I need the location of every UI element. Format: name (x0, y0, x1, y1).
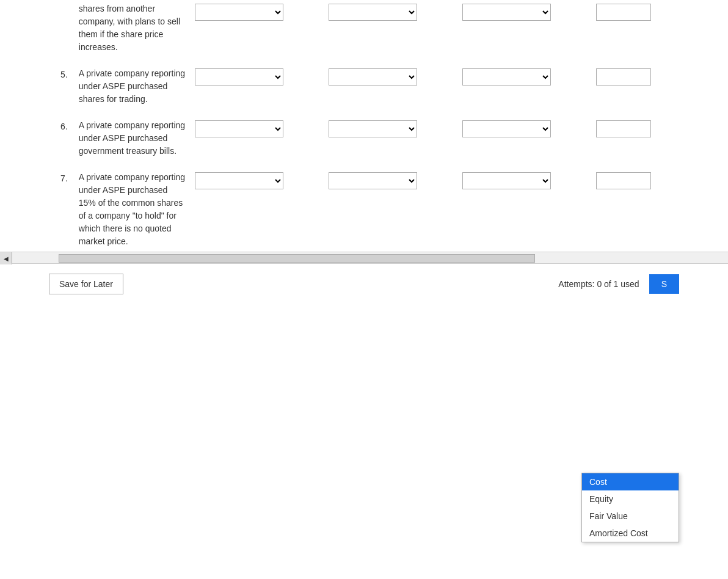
dropdown-cell-5-1: Cost Equity Fair Value Amortized Cost (190, 65, 324, 109)
text-input-6[interactable] (596, 120, 651, 137)
text-input-cell-7 (591, 169, 679, 252)
dropdown-cell-6-1: Cost Equity Fair Value Amortized Cost (190, 117, 324, 161)
scroll-thumb[interactable] (59, 254, 535, 263)
scroll-left-arrow[interactable]: ◀ (0, 252, 12, 264)
save-later-button[interactable]: Save for Later (49, 274, 123, 294)
dropdown-cell-7-3: Cost Equity Fair Value Amortized Cost (457, 169, 591, 252)
table-row: shares from another company, with plans … (49, 0, 679, 57)
text-input-0[interactable] (596, 4, 651, 21)
select-6-3[interactable]: Cost Equity Fair Value Amortized Cost (462, 120, 551, 137)
text-input-7[interactable] (596, 172, 651, 189)
page-container: shares from another company, with plans … (0, 0, 728, 579)
attempts-text: Attempts: 0 of 1 used (558, 279, 639, 289)
table-row: 6. A private company reporting under ASP… (49, 117, 679, 161)
row-text-0: shares from another company, with plans … (74, 0, 190, 57)
select-0-3[interactable]: Cost Equity Fair Value Amortized Cost (462, 4, 551, 21)
select-7-1[interactable]: Cost Equity Fair Value Amortized Cost (195, 172, 283, 189)
text-input-cell-5 (591, 65, 679, 109)
row-number-7: 7. (49, 169, 74, 252)
dropdown-cell-0-2: Cost Equity Fair Value Amortized Cost (324, 0, 457, 57)
popup-option-amortized-cost[interactable]: Amortized Cost (582, 525, 679, 542)
select-6-2[interactable]: Cost Equity Fair Value Amortized Cost (329, 120, 417, 137)
select-7-3[interactable]: Cost Equity Fair Value Amortized Cost (462, 172, 551, 189)
table-wrapper: shares from another company, with plans … (49, 0, 679, 252)
dropdown-cell-7-1: Cost Equity Fair Value Amortized Cost (190, 169, 324, 252)
select-5-2[interactable]: Cost Equity Fair Value Amortized Cost (329, 68, 417, 86)
dropdown-cell-6-3: Cost Equity Fair Value Amortized Cost (457, 117, 591, 161)
text-input-cell-0 (591, 0, 679, 57)
table-row: 5. A private company reporting under ASP… (49, 65, 679, 109)
row-text-7: A private company reporting under ASPE p… (74, 169, 190, 252)
text-input-5[interactable] (596, 68, 651, 86)
dropdown-popup: Cost Equity Fair Value Amortized Cost (581, 473, 679, 542)
row-number-6: 6. (49, 117, 74, 161)
popup-option-fair-value[interactable]: Fair Value (582, 508, 679, 525)
dropdown-cell-5-3: Cost Equity Fair Value Amortized Cost (457, 65, 591, 109)
dropdown-cell-0-1: Cost Equity Fair Value Amortized Cost (190, 0, 324, 57)
row-number (49, 0, 74, 57)
dropdown-cell-6-2: Cost Equity Fair Value Amortized Cost (324, 117, 457, 161)
horizontal-scrollbar[interactable]: ◀ (0, 252, 728, 264)
main-content: shares from another company, with plans … (0, 0, 728, 252)
table-row: 7. A private company reporting under ASP… (49, 169, 679, 252)
select-0-2[interactable]: Cost Equity Fair Value Amortized Cost (329, 4, 417, 21)
dropdown-cell-5-2: Cost Equity Fair Value Amortized Cost (324, 65, 457, 109)
submit-button[interactable]: S (649, 274, 679, 294)
dropdown-cell-7-2: Cost Equity Fair Value Amortized Cost (324, 169, 457, 252)
select-6-1[interactable]: Cost Equity Fair Value Amortized Cost (195, 120, 283, 137)
select-5-3[interactable]: Cost Equity Fair Value Amortized Cost (462, 68, 551, 86)
select-0-1[interactable]: Cost Equity Fair Value Amortized Cost (195, 4, 283, 21)
popup-option-equity[interactable]: Equity (582, 490, 679, 508)
row-text-5: A private company reporting under ASPE p… (74, 65, 190, 109)
select-7-2[interactable]: Cost Equity Fair Value Amortized Cost (329, 172, 417, 189)
select-5-1[interactable]: Cost Equity Fair Value Amortized Cost (195, 68, 283, 86)
text-input-cell-6 (591, 117, 679, 161)
footer-right: Attempts: 0 of 1 used S (558, 274, 679, 294)
footer-bar: Save for Later Attempts: 0 of 1 used S (0, 269, 728, 299)
row-text-6: A private company reporting under ASPE p… (74, 117, 190, 161)
dropdown-cell-0-3: Cost Equity Fair Value Amortized Cost (457, 0, 591, 57)
popup-option-cost[interactable]: Cost (582, 473, 679, 490)
question-table: shares from another company, with plans … (49, 0, 679, 252)
row-number-5: 5. (49, 65, 74, 109)
